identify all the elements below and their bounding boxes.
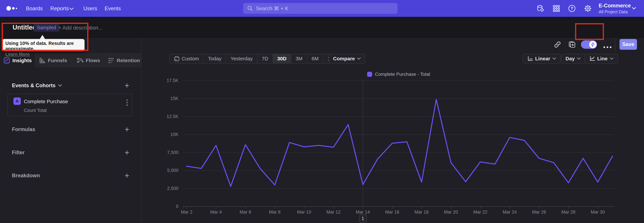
sampled-badge[interactable]: Sampled [34, 24, 59, 32]
event-metric[interactable]: Count Total [24, 108, 46, 113]
nav-users[interactable]: Users [83, 6, 97, 12]
tooltip-arrow [40, 35, 45, 39]
x-axis-label: Mar 12 [321, 209, 346, 215]
x-axis-label: Mar 26 [526, 209, 552, 215]
chart-annotation-badge[interactable]: 1 [359, 214, 367, 222]
nav-reports[interactable]: Reports [50, 6, 69, 12]
search-placeholder: Search ⌘ + K [256, 5, 288, 12]
lightning-bolt-icon [590, 42, 595, 47]
calendar-icon [174, 56, 180, 61]
compare-button[interactable]: Compare [329, 54, 365, 64]
funnels-icon [39, 57, 46, 64]
chart-legend[interactable]: Complete Purchase - Total [183, 72, 614, 77]
apps-grid-icon[interactable] [552, 4, 560, 13]
event-card[interactable]: A Complete Purchase Count Total [8, 94, 132, 116]
settings-gear-icon[interactable] [584, 4, 592, 13]
insights-icon [3, 57, 10, 64]
add-to-board-icon[interactable] [568, 41, 576, 48]
events-cohorts-title: Events & Cohorts [12, 82, 56, 88]
sampling-toggle[interactable] [581, 40, 597, 49]
add-event-button[interactable]: + [124, 82, 129, 89]
chevron-down-icon [632, 7, 636, 10]
date-range-control: Custom Today Yesterday 7D 30D 3M 6M 12M [169, 54, 342, 64]
sampling-tooltip: Using 10% of data. Results are approxima… [2, 39, 84, 51]
chevron-down-icon[interactable] [58, 84, 62, 87]
event-name[interactable]: Complete Purchase [24, 99, 68, 104]
toggle-knob [589, 41, 596, 48]
project-scope: All Project Data [599, 10, 631, 14]
divider [615, 39, 615, 51]
chart-type-dropdown[interactable]: Line [585, 54, 618, 64]
report-header: Untitled Sampled + Add description... Sa… [0, 17, 644, 39]
data-management-icon[interactable] [536, 4, 544, 13]
formulas-row: Formulas + [0, 125, 142, 134]
report-title[interactable]: Untitled [12, 24, 36, 31]
x-axis-label: Mar 30 [585, 209, 610, 215]
y-axis-label: 2,500 [142, 186, 178, 191]
range-yesterday[interactable]: Yesterday [226, 54, 257, 63]
chevron-down-icon [69, 8, 74, 11]
x-axis-label: Mar 10 [292, 209, 317, 215]
svg-text:?: ? [571, 6, 573, 11]
add-description-field[interactable]: + Add description... [58, 25, 103, 31]
x-axis-label: Mar 18 [409, 209, 434, 215]
x-axis-label: Mar 2 [174, 209, 199, 215]
top-navbar: Boards Reports Users Events Search ⌘ + K… [0, 0, 644, 17]
breakdown-row: Breakdown + [0, 172, 142, 180]
range-custom[interactable]: Custom [170, 54, 203, 63]
more-options-button[interactable] [604, 46, 612, 48]
filter-row: Filter + [0, 149, 142, 157]
y-axis-label: 0 [142, 204, 178, 209]
y-axis-label: 7,500 [142, 150, 178, 155]
event-options-button[interactable] [126, 99, 128, 106]
line-chart-icon [589, 56, 595, 62]
x-axis-label: Mar 14 [350, 209, 376, 215]
range-today[interactable]: Today [203, 54, 226, 63]
scale-dropdown[interactable]: Linear [523, 54, 561, 64]
x-axis-label: Mar 20 [438, 209, 464, 215]
range-6m[interactable]: 6M [307, 54, 323, 63]
y-axis-label: 15K [142, 96, 178, 101]
copy-link-icon[interactable] [554, 41, 561, 48]
legend-label: Complete Purchase - Total [375, 72, 430, 77]
y-axis-label: 5,000 [142, 168, 178, 173]
add-filter-button[interactable]: + [124, 149, 129, 156]
search-input[interactable]: Search ⌘ + K [243, 3, 398, 14]
x-axis-label: Mar 4 [204, 209, 228, 215]
y-axis-label: 12.5K [142, 114, 178, 119]
series-letter-badge: A [14, 97, 21, 105]
project-name: E-Commerce [599, 3, 631, 9]
x-axis-label: Mar 28 [556, 209, 581, 215]
interval-dropdown[interactable]: Day [561, 54, 585, 64]
range-30d[interactable]: 30D [272, 54, 291, 63]
x-axis-label: Mar 8 [262, 209, 287, 215]
tooltip-text: Using 10% of data. Results are approxima… [5, 41, 82, 51]
add-formula-button[interactable]: + [124, 126, 129, 133]
x-axis-label: Mar 24 [497, 209, 522, 215]
nav-boards[interactable]: Boards [26, 6, 43, 12]
chevron-down-icon [577, 57, 581, 60]
line-chart-plot[interactable] [183, 77, 614, 222]
events-cohorts-header: Events & Cohorts + [0, 81, 142, 89]
tab-retention[interactable]: Retention [106, 53, 142, 67]
x-axis-label: Mar 16 [380, 209, 405, 215]
add-breakdown-button[interactable]: + [124, 172, 129, 179]
range-3m[interactable]: 3M [291, 54, 307, 63]
help-icon[interactable]: ? [568, 4, 576, 13]
learn-more-link[interactable]: Learn More [5, 52, 30, 57]
series-line [187, 99, 612, 186]
range-7d[interactable]: 7D [257, 54, 272, 63]
chevron-down-icon [610, 57, 614, 60]
x-axis-label: Mar 6 [233, 209, 258, 215]
retention-icon [108, 57, 114, 64]
legend-swatch [367, 72, 372, 77]
flows-icon [77, 57, 84, 64]
y-axis-label: 10K [142, 132, 178, 137]
project-selector[interactable]: E-Commerce All Project Data [599, 3, 631, 14]
save-button[interactable]: Save [620, 39, 637, 50]
search-icon [247, 5, 253, 12]
mixpanel-logo-icon[interactable] [6, 6, 17, 11]
chevron-down-icon [552, 57, 556, 60]
nav-events[interactable]: Events [105, 6, 121, 12]
y-axis-label: 17.5K [142, 78, 178, 83]
